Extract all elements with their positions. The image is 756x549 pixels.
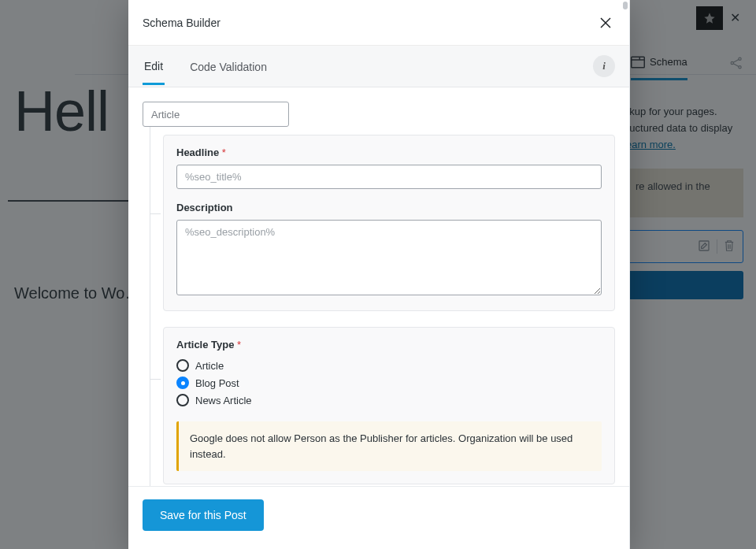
tree-stub (150, 379, 161, 380)
panel-headline-description: Headline * Description (163, 135, 615, 311)
article-type-radios: Article Blog Post News Article (176, 357, 602, 409)
info-icon[interactable]: i (593, 55, 615, 77)
tree-stub (150, 213, 161, 214)
description-textarea[interactable] (176, 220, 602, 295)
radio-news-article[interactable]: News Article (176, 391, 602, 409)
close-icon (598, 16, 613, 30)
tab-edit[interactable]: Edit (143, 47, 165, 85)
article-type-label: Article Type * (176, 339, 602, 351)
tab-code-validation[interactable]: Code Validation (188, 48, 269, 84)
tree-connector (150, 127, 150, 486)
headline-input[interactable] (176, 165, 602, 189)
panel-article-type: Article Type * Article Blog Post News Ar… (163, 327, 615, 484)
modal-title: Schema Builder (143, 17, 220, 29)
modal-close-button[interactable] (596, 13, 615, 32)
publisher-warning: Google does not allow Person as the Publ… (176, 421, 602, 471)
scrollbar-thumb[interactable] (623, 2, 628, 9)
radio-article[interactable]: Article (176, 357, 602, 374)
schema-type-input[interactable] (143, 102, 289, 127)
schema-builder-modal: Schema Builder Edit Code Validation i He… (128, 0, 630, 549)
headline-label: Headline * (176, 147, 602, 158)
description-label: Description (176, 202, 602, 213)
save-for-post-button[interactable]: Save for this Post (143, 499, 264, 531)
radio-blog-post[interactable]: Blog Post (176, 374, 602, 391)
